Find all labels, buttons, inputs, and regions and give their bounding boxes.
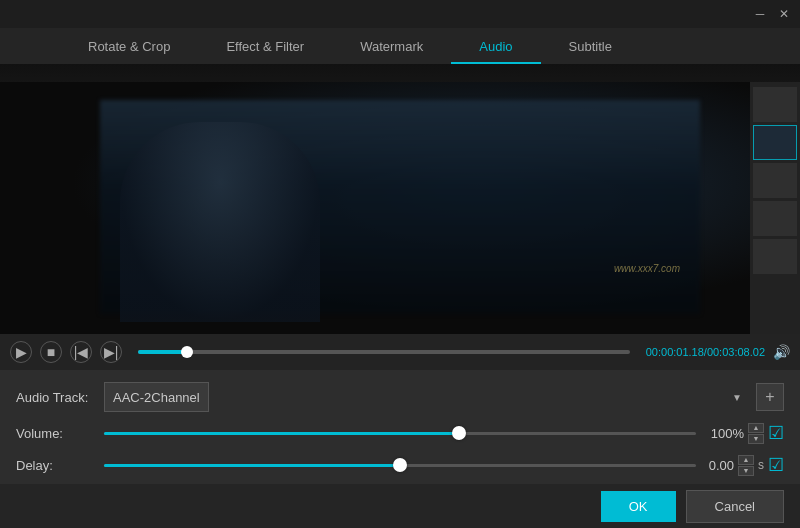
volume-slider-thumb[interactable]: [452, 426, 466, 440]
video-preview: www.xxx7.com: [0, 64, 800, 334]
volume-slider-track: [104, 432, 696, 435]
thumbnail-strip: [750, 82, 800, 334]
delay-value-container: 0.00 ▲ ▼ s ☑: [704, 454, 784, 476]
delay-down-button[interactable]: ▼: [738, 466, 754, 476]
tab-watermark[interactable]: Watermark: [332, 31, 451, 64]
volume-value-container: 100% ▲ ▼ ☑: [704, 422, 784, 444]
strip-item: [753, 87, 797, 122]
volume-value: 100%: [699, 426, 744, 441]
volume-slider-container[interactable]: [104, 425, 696, 441]
tab-subtitle[interactable]: Subtitle: [541, 31, 640, 64]
prev-frame-button[interactable]: |◀: [70, 341, 92, 363]
volume-down-button[interactable]: ▼: [748, 434, 764, 444]
video-content: www.xxx7.com: [0, 82, 800, 334]
play-button[interactable]: ▶: [10, 341, 32, 363]
preview-area: Original: 1898x700 Output: 1898x700 www.…: [0, 64, 800, 334]
cancel-button[interactable]: Cancel: [686, 490, 784, 523]
strip-item: [753, 201, 797, 236]
ok-button[interactable]: OK: [601, 491, 676, 522]
strip-item-active: [753, 125, 797, 160]
minimize-button[interactable]: ─: [752, 6, 768, 22]
delay-label: Delay:: [16, 458, 96, 473]
progress-fill: [138, 350, 187, 354]
next-frame-button[interactable]: ▶|: [100, 341, 122, 363]
footer: OK Cancel: [0, 484, 800, 528]
time-display: 00:00:01.18/00:03:08.02: [646, 346, 765, 358]
delay-up-button[interactable]: ▲: [738, 455, 754, 465]
close-button[interactable]: ✕: [776, 6, 792, 22]
delay-slider-thumb[interactable]: [393, 458, 407, 472]
tab-bar: Rotate & Crop Effect & Filter Watermark …: [0, 28, 800, 64]
volume-sync-icon[interactable]: ☑: [768, 422, 784, 444]
stop-button[interactable]: ■: [40, 341, 62, 363]
tab-rotate-crop[interactable]: Rotate & Crop: [60, 31, 198, 64]
progress-bar[interactable]: [138, 350, 630, 354]
select-arrow-icon: ▼: [732, 392, 742, 403]
tab-audio[interactable]: Audio: [451, 31, 540, 64]
strip-item: [753, 163, 797, 198]
title-bar: ─ ✕: [0, 0, 800, 28]
select-wrapper: AAC-2Channel ▼: [104, 382, 750, 412]
strip-item: [753, 239, 797, 274]
track-select-container: AAC-2Channel ▼ +: [104, 382, 784, 412]
tab-effect-filter[interactable]: Effect & Filter: [198, 31, 332, 64]
watermark-text: www.xxx7.com: [614, 263, 680, 274]
video-figure: [120, 122, 320, 322]
volume-label: Volume:: [16, 426, 96, 441]
delay-spinners: ▲ ▼: [738, 455, 754, 476]
delay-row: Delay: 0.00 ▲ ▼ s ☑: [16, 454, 784, 476]
audio-track-row: Audio Track: AAC-2Channel ▼ +: [16, 382, 784, 412]
audio-track-select[interactable]: AAC-2Channel: [104, 382, 209, 412]
add-audio-track-button[interactable]: +: [756, 383, 784, 411]
audio-track-label: Audio Track:: [16, 390, 96, 405]
volume-row: Volume: 100% ▲ ▼ ☑: [16, 422, 784, 444]
volume-icon[interactable]: 🔊: [773, 344, 790, 360]
transport-controls: ▶ ■ |◀ ▶| 00:00:01.18/00:03:08.02 🔊: [0, 334, 800, 370]
delay-sync-icon[interactable]: ☑: [768, 454, 784, 476]
volume-spinners: ▲ ▼: [748, 423, 764, 444]
volume-slider-fill: [104, 432, 459, 435]
delay-slider-container[interactable]: [104, 457, 696, 473]
delay-slider-fill: [104, 464, 400, 467]
delay-unit: s: [758, 458, 764, 472]
progress-thumb[interactable]: [181, 346, 193, 358]
volume-up-button[interactable]: ▲: [748, 423, 764, 433]
